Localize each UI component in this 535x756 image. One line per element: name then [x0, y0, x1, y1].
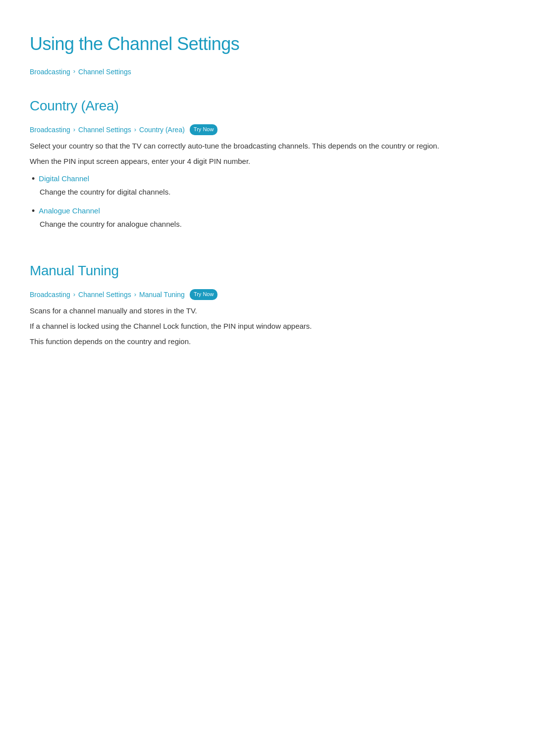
bullet-analogue-channel: • Analogue Channel Change the country fo…	[32, 205, 505, 230]
top-breadcrumb: Broadcasting › Channel Settings	[30, 66, 505, 77]
country-para-1: Select your country so that the TV can c…	[30, 140, 505, 152]
country-para-2: When the PIN input screen appears, enter…	[30, 155, 505, 168]
section-body-manual-tuning: Scans for a channel manually and stores …	[30, 305, 505, 348]
top-breadcrumb-channel-settings[interactable]: Channel Settings	[78, 66, 131, 77]
country-breadcrumb-country-area[interactable]: Country (Area)	[139, 124, 185, 135]
country-breadcrumb-broadcasting[interactable]: Broadcasting	[30, 124, 70, 135]
digital-channel-link[interactable]: Digital Channel	[39, 173, 89, 185]
bullet-digital-channel: • Digital Channel Change the country for…	[32, 173, 505, 198]
section-body-country-area: Select your country so that the TV can c…	[30, 140, 505, 230]
section-divider	[30, 250, 505, 260]
manual-para-3: This function depends on the country and…	[30, 336, 505, 348]
manual-breadcrumb-broadcasting[interactable]: Broadcasting	[30, 289, 70, 300]
breadcrumb-separator-1: ›	[73, 66, 75, 77]
bullet-dot-2: •	[32, 205, 35, 217]
page-title: Using the Channel Settings	[30, 30, 505, 58]
breadcrumb-sep-4: ›	[73, 290, 75, 300]
top-breadcrumb-broadcasting[interactable]: Broadcasting	[30, 66, 70, 77]
try-now-badge-manual[interactable]: Try Now	[190, 289, 218, 300]
breadcrumb-sep-3: ›	[134, 125, 136, 135]
bullet-dot-1: •	[32, 173, 35, 185]
country-breadcrumb-channel-settings[interactable]: Channel Settings	[78, 124, 131, 135]
analogue-channel-link[interactable]: Analogue Channel	[39, 205, 100, 217]
analogue-channel-description: Change the country for analogue channels…	[40, 218, 505, 230]
section-breadcrumb-country-area: Broadcasting › Channel Settings › Countr…	[30, 124, 505, 135]
section-breadcrumb-manual-tuning: Broadcasting › Channel Settings › Manual…	[30, 289, 505, 300]
manual-breadcrumb-channel-settings[interactable]: Channel Settings	[78, 289, 131, 300]
section-manual-tuning: Manual Tuning Broadcasting › Channel Set…	[30, 260, 505, 348]
bullet-digital-row: • Digital Channel	[32, 173, 505, 185]
breadcrumb-sep-2: ›	[73, 125, 75, 135]
section-title-manual-tuning: Manual Tuning	[30, 260, 505, 282]
manual-para-1: Scans for a channel manually and stores …	[30, 305, 505, 317]
manual-breadcrumb-manual-tuning[interactable]: Manual Tuning	[139, 289, 185, 300]
try-now-badge-country[interactable]: Try Now	[190, 124, 218, 135]
country-bullets: • Digital Channel Change the country for…	[30, 173, 505, 230]
section-country-area: Country (Area) Broadcasting › Channel Se…	[30, 95, 505, 230]
digital-channel-description: Change the country for digital channels.	[40, 186, 505, 198]
manual-para-2: If a channel is locked using the Channel…	[30, 320, 505, 333]
breadcrumb-sep-5: ›	[134, 290, 136, 300]
section-title-country-area: Country (Area)	[30, 95, 505, 117]
bullet-analogue-row: • Analogue Channel	[32, 205, 505, 217]
